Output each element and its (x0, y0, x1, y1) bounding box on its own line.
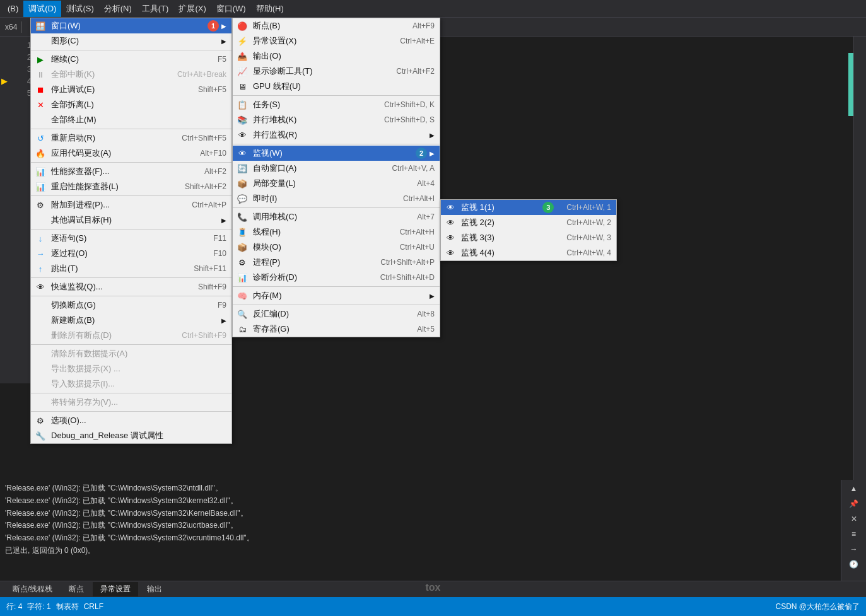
debug-menu-debug-props[interactable]: 🔧 Debug_and_Release 调试属性 (31, 428, 231, 443)
minimap-accent (848, 53, 853, 116)
window-sub-call-stack[interactable]: 📞 调用堆栈(C) Alt+7 (233, 209, 440, 224)
output-icon-close-panel[interactable]: ✕ (848, 513, 860, 525)
debug-menu-step-into[interactable]: ↓ 逐语句(S) F11 (31, 231, 231, 246)
debug-menu-step-out[interactable]: ↑ 跳出(T) Shift+F11 (31, 261, 231, 276)
badge-1: 1 (208, 20, 219, 32)
debug-menu-terminate-all[interactable]: 全部终止(M) (31, 112, 231, 127)
window-sub-gpu[interactable]: 🖥 GPU 线程(U) (233, 79, 440, 94)
menu-item-window[interactable]: 窗口(W) (211, 1, 251, 17)
watermark-text: CSDN @大柏怎么被偷了 (775, 601, 860, 612)
debug-props-label: Debug_and_Release 调试属性 (51, 430, 226, 441)
import-tips-icon (33, 377, 47, 391)
tab-output[interactable]: 输出 (139, 582, 170, 596)
debug-menu-perf[interactable]: 📊 性能探查器(F)... Alt+F2 (31, 164, 231, 179)
debug-menu-continue[interactable]: ▶ 继续(C) F5 (31, 52, 231, 67)
debug-menu-step-over[interactable]: → 逐过程(O) F10 (31, 246, 231, 261)
tab-exception-settings[interactable]: 异常设置 (93, 582, 138, 596)
window-sub-auto[interactable]: 🔄 自动窗口(A) Ctrl+Alt+V, A (233, 161, 440, 176)
window-sub-registers[interactable]: 🗂 寄存器(G) Alt+5 (233, 322, 440, 337)
window-sub-modules[interactable]: 📦 模块(O) Ctrl+Alt+U (233, 240, 440, 255)
output-icon-align-left[interactable]: ≡ (848, 528, 860, 540)
output-line-5: 'Release.exe' (Win32): 已加载 "C:\Windows\S… (5, 532, 861, 545)
debug-menu-shapes[interactable]: 图形(C) ▶ (31, 33, 231, 49)
debug-menu-new-bp[interactable]: 新建断点(B) ▶ (31, 313, 231, 328)
attach-label: 附加到进程(P)... (51, 199, 179, 211)
menu-item-help[interactable]: 帮助(H) (251, 1, 289, 17)
window-sub-processes[interactable]: ⚙ 进程(P) Ctrl+Shift+Alt+P (233, 255, 440, 270)
window-sub-output[interactable]: 📤 输出(O) (233, 49, 440, 64)
watch-sub-1[interactable]: 👁 监视 1(1) 3 Ctrl+Alt+W, 1 (441, 200, 616, 215)
output-icon-pin[interactable]: 📌 (848, 497, 860, 510)
stop-shortcut: Shift+F5 (198, 85, 226, 94)
window-sub-watch[interactable]: 👁 监视(W) 2 ▶ (233, 146, 440, 161)
debug-menu-restart[interactable]: ↺ 重新启动(R) Ctrl+Shift+F5 (31, 131, 231, 146)
output-icon-indent-right[interactable]: → (848, 543, 860, 555)
menu-item-extensions[interactable]: 扩展(X) (173, 1, 211, 17)
window-sub-diag[interactable]: 📈 显示诊断工具(T) Ctrl+Alt+F2 (233, 64, 440, 79)
window-sub-memory[interactable]: 🧠 内存(M) ▶ (233, 288, 440, 303)
step-over-shortcut: F10 (213, 249, 226, 258)
call-stack-label: 调用堆栈(C) (253, 211, 404, 223)
menu-item-file[interactable]: (B) (3, 1, 23, 16)
debug-menu-attach[interactable]: ⚙ 附加到进程(P)... Ctrl+Alt+P (31, 197, 231, 212)
sep-10 (31, 411, 231, 412)
window-sub-immediate[interactable]: 💬 即时(I) Ctrl+Alt+I (233, 191, 440, 206)
window-sub-exception[interactable]: ⚡ 异常设置(X) Ctrl+Alt+E (233, 33, 440, 49)
step-over-icon: → (33, 247, 47, 260)
watch-sub-2[interactable]: 👁 监视 2(2) Ctrl+Alt+W, 2 (441, 215, 616, 230)
exc-icon: ⚡ (235, 34, 249, 48)
bp-sub-shortcut: Alt+F9 (413, 21, 435, 30)
menu-item-debug[interactable]: 调试(D) (23, 1, 61, 17)
window-sep-1 (233, 95, 440, 96)
output-icon-up[interactable]: ▲ (848, 482, 860, 495)
debug-menu-options[interactable]: ⚙ 选项(O)... (31, 413, 231, 428)
parallel-watch-arrow: ▶ (430, 132, 435, 139)
status-lineend: CRLF (84, 602, 103, 611)
window-sub-parallel-watch[interactable]: 👁 并行监视(R) ▶ (233, 127, 440, 142)
menu-item-analyze[interactable]: 分析(N) (99, 1, 137, 17)
debug-menu-restart-perf[interactable]: 📊 重启性能探查器(L) Shift+Alt+F2 (31, 179, 231, 194)
debug-menu-other-targets[interactable]: 其他调试目标(H) ▶ (31, 212, 231, 228)
debug-props-icon: 🔧 (33, 429, 47, 443)
output-sub-label: 输出(O) (253, 50, 435, 62)
quick-watch-shortcut: Shift+F9 (198, 282, 226, 291)
tasks-shortcut: Ctrl+Shift+D, K (384, 100, 435, 109)
watch-sub-3[interactable]: 👁 监视 3(3) Ctrl+Alt+W, 3 (441, 230, 616, 245)
debug-menu-window[interactable]: 🪟 窗口(W) 1 ▶ (31, 18, 231, 33)
tasks-icon: 📋 (235, 98, 249, 112)
toggle-bp-icon (33, 298, 47, 312)
output-line-2: 'Release.exe' (Win32): 已加载 "C:\Windows\S… (5, 495, 861, 508)
modules-shortcut: Ctrl+Alt+U (400, 243, 435, 252)
window-sub-disassembly[interactable]: 🔍 反汇编(D) Alt+8 (233, 306, 440, 322)
watch-sub-4[interactable]: 👁 监视 4(4) Ctrl+Alt+W, 4 (441, 245, 616, 260)
disassembly-shortcut: Alt+8 (417, 310, 435, 318)
parallel-watch-label: 并行监视(R) (253, 129, 427, 141)
window-sub-parallel-stack[interactable]: 📚 并行堆栈(K) Ctrl+Shift+D, S (233, 112, 440, 127)
tab-breakpoints[interactable]: 断点 (61, 582, 91, 596)
debug-menu-toggle-bp[interactable]: 切换断点(G) F9 (31, 298, 231, 313)
shapes-label: 图形(C) (51, 35, 219, 47)
tab-callstack[interactable]: 断点/线程栈 (5, 582, 60, 596)
debug-menu-quick-watch[interactable]: 👁 快速监视(Q)... Shift+F9 (31, 279, 231, 294)
window-sub-breakpoints[interactable]: 🔴 断点(B) Alt+F9 (233, 18, 440, 33)
window-sep-5 (233, 305, 440, 305)
output-content: 'Release.exe' (Win32): 已加载 "C:\Windows\S… (0, 480, 866, 581)
line-num-3: 3 (0, 63, 32, 75)
output-icon-clock[interactable]: 🕐 (848, 558, 860, 571)
debug-menu-hot-reload[interactable]: 🔥 应用代码更改(A) Alt+F10 (31, 146, 231, 161)
export-tips-icon (33, 362, 47, 376)
menu-item-tools[interactable]: 工具(T) (137, 1, 174, 17)
window-sub-locals[interactable]: 📦 局部变量(L) Alt+4 (233, 176, 440, 191)
debug-menu-break-all: ⏸ 全部中断(K) Ctrl+Alt+Break (31, 67, 231, 82)
debug-menu-stop[interactable]: ⏹ 停止调试(E) Shift+F5 (31, 82, 231, 97)
auto-label: 自动窗口(A) (253, 163, 379, 174)
debug-menu-detach[interactable]: ✕ 全部拆离(L) (31, 97, 231, 112)
status-row: 行: 4 (6, 601, 22, 612)
window-sub-threads[interactable]: 🧵 线程(H) Ctrl+Alt+H (233, 224, 440, 240)
window-sub-diag-analysis[interactable]: 📊 诊断分析(D) Ctrl+Shift+Alt+D (233, 270, 440, 285)
auto-icon: 🔄 (235, 161, 249, 175)
output-line-3: 'Release.exe' (Win32): 已加载 "C:\Windows\S… (5, 508, 861, 520)
step-over-label: 逐过程(O) (51, 248, 201, 259)
menu-item-test[interactable]: 测试(S) (61, 1, 98, 17)
window-sub-tasks[interactable]: 📋 任务(S) Ctrl+Shift+D, K (233, 97, 440, 112)
